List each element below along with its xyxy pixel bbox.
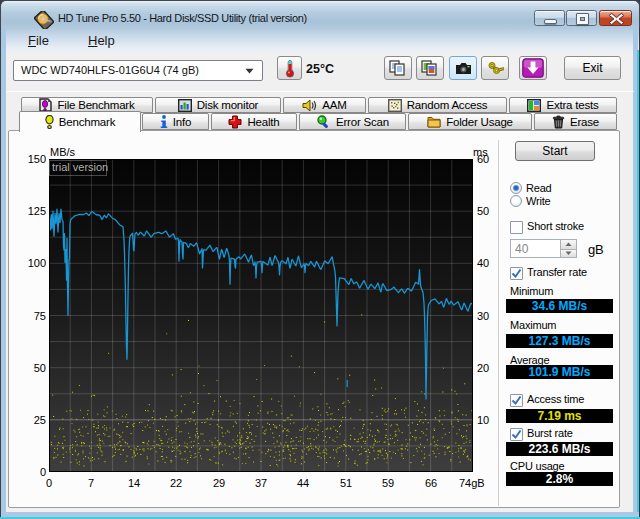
svg-text:trial version: trial version xyxy=(52,161,108,173)
